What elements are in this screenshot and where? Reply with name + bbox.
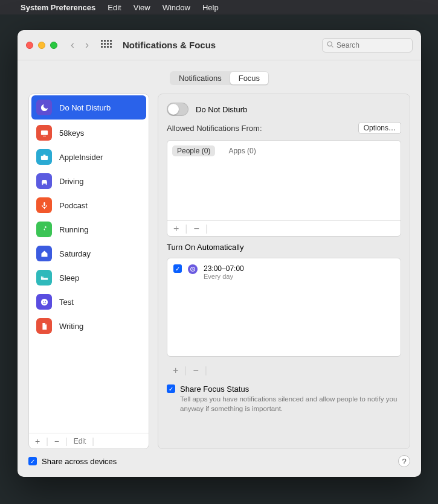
share-across-devices-checkbox[interactable]: ✓ — [28, 457, 37, 465]
svg-rect-5 — [43, 155, 45, 156]
sidebar-item-sleep[interactable]: Sleep — [29, 266, 149, 290]
svg-point-0 — [327, 42, 332, 46]
dnd-toggle[interactable] — [167, 103, 188, 116]
remove-focus-button[interactable]: − — [54, 436, 59, 446]
search-icon — [326, 40, 334, 50]
menu-window[interactable]: Window — [163, 3, 190, 12]
svg-point-11 — [40, 298, 47, 305]
menu-edit[interactable]: Edit — [108, 3, 121, 12]
doc-icon — [36, 318, 52, 334]
car-icon — [36, 173, 52, 189]
svg-rect-9 — [40, 276, 42, 278]
show-all-button[interactable] — [101, 40, 112, 51]
sidebar-item-label: Do Not Disturb — [59, 103, 111, 112]
search-field[interactable] — [322, 38, 413, 53]
sidebar-item-label: Driving — [59, 177, 83, 186]
menu-view[interactable]: View — [134, 3, 150, 12]
minimize-window-button[interactable] — [38, 42, 45, 49]
schedule-item[interactable]: ✓ 23:00–07:00 Every day — [167, 258, 401, 286]
smile-icon — [36, 294, 52, 310]
sidebar-item-label: AppleInsider — [59, 153, 103, 162]
svg-rect-8 — [40, 278, 47, 279]
titlebar: ‹ › Notifications & Focus — [18, 30, 421, 60]
tv-icon — [36, 125, 52, 141]
turn-on-label: Turn On Automatically — [167, 243, 401, 252]
bed-icon — [36, 270, 52, 285]
add-focus-button[interactable]: + — [35, 436, 40, 446]
sidebar-item-saturday[interactable]: Saturday — [29, 241, 149, 266]
svg-line-1 — [332, 45, 333, 46]
moon-icon — [36, 100, 52, 115]
zoom-window-button[interactable] — [50, 42, 57, 49]
allowed-body — [167, 160, 401, 220]
menu-help[interactable]: Help — [202, 3, 219, 12]
sidebar-item-label: 58keys — [59, 129, 84, 138]
sidebar-item-podcast[interactable]: Podcast — [29, 193, 149, 217]
sidebar-item-label: Saturday — [59, 249, 91, 258]
focus-sidebar: Do Not Disturb 58keys AppleInsider — [28, 94, 149, 449]
forward-button[interactable]: › — [85, 39, 89, 51]
svg-rect-2 — [40, 130, 47, 135]
tab-people[interactable]: People (0) — [172, 145, 215, 156]
sidebar-item-58keys[interactable]: 58keys — [29, 121, 149, 145]
svg-rect-4 — [40, 156, 47, 160]
traffic-lights — [26, 42, 57, 49]
sidebar-item-label: Podcast — [59, 201, 88, 210]
schedule-remove-button[interactable]: − — [193, 365, 199, 376]
home-icon — [36, 246, 52, 261]
sidebar-item-driving[interactable]: Driving — [29, 169, 149, 193]
mic-icon — [36, 197, 52, 213]
share-status-desc: Tell apps you have notifications silence… — [180, 395, 401, 413]
sidebar-item-label: Test — [59, 298, 74, 307]
focus-list: Do Not Disturb 58keys AppleInsider — [29, 94, 149, 433]
svg-rect-3 — [43, 135, 46, 136]
sidebar-item-test[interactable]: Test — [29, 290, 149, 314]
svg-rect-6 — [43, 202, 45, 205]
schedule-checkbox[interactable]: ✓ — [173, 264, 182, 273]
window-title: Notifications & Focus — [123, 40, 216, 50]
runner-icon — [36, 222, 52, 237]
focus-detail: Do Not Disturb Allowed Notifications Fro… — [158, 94, 410, 449]
sidebar-item-writing[interactable]: Writing — [29, 314, 149, 338]
preferences-window: ‹ › Notifications & Focus Notifications … — [18, 30, 421, 477]
tab-notifications[interactable]: Notifications — [170, 72, 230, 85]
back-button[interactable]: ‹ — [71, 39, 74, 51]
allowed-add-button[interactable]: + — [173, 223, 179, 234]
menubar: System Preferences Edit View Window Help — [0, 0, 438, 14]
svg-point-10 — [42, 276, 43, 278]
share-status-checkbox[interactable]: ✓ — [167, 384, 175, 393]
tab-apps[interactable]: Apps (0) — [224, 145, 260, 156]
schedule-add-button[interactable]: + — [173, 365, 178, 376]
bottom-row: ✓ Share across devices ? — [28, 455, 410, 467]
briefcase-icon — [36, 149, 52, 165]
app-menu[interactable]: System Preferences — [21, 3, 95, 12]
sidebar-item-label: Sleep — [59, 273, 79, 282]
sidebar-item-label: Writing — [59, 322, 83, 331]
dnd-label: Do Not Disturb — [196, 105, 247, 114]
sidebar-item-appleinsider[interactable]: AppleInsider — [29, 145, 149, 169]
share-focus-status: ✓ Share Focus Status Tell apps you have … — [167, 382, 401, 413]
schedule-list: ✓ 23:00–07:00 Every day — [167, 258, 401, 357]
sidebar-item-label: Running — [59, 225, 88, 234]
options-button[interactable]: Options… — [358, 122, 401, 134]
svg-point-13 — [45, 301, 45, 301]
edit-focus-button[interactable]: Edit — [74, 437, 86, 445]
allowed-tabs: People (0) Apps (0) — [167, 141, 401, 160]
allowed-remove-button[interactable]: − — [194, 223, 199, 234]
search-input[interactable] — [337, 41, 408, 49]
tab-focus[interactable]: Focus — [230, 72, 268, 85]
sidebar-footer: + | − | Edit | — [29, 433, 149, 448]
sidebar-item-running[interactable]: Running — [29, 217, 149, 241]
nav-arrows: ‹ › — [71, 39, 89, 51]
share-status-title: Share Focus Status — [180, 384, 401, 394]
close-window-button[interactable] — [26, 42, 33, 49]
allowed-label: Allowed Notifications From: — [167, 124, 262, 133]
share-across-devices-label: Share across devices — [42, 457, 117, 466]
schedule-recurrence: Every day — [204, 273, 244, 280]
content-area: Notifications Focus Do Not Disturb — [18, 60, 421, 477]
sidebar-item-do-not-disturb[interactable]: Do Not Disturb — [31, 95, 146, 120]
svg-point-7 — [45, 226, 47, 228]
help-button[interactable]: ? — [398, 455, 410, 467]
allowed-list: People (0) Apps (0) + | − | — [167, 140, 401, 237]
segmented-control: Notifications Focus — [170, 71, 269, 85]
